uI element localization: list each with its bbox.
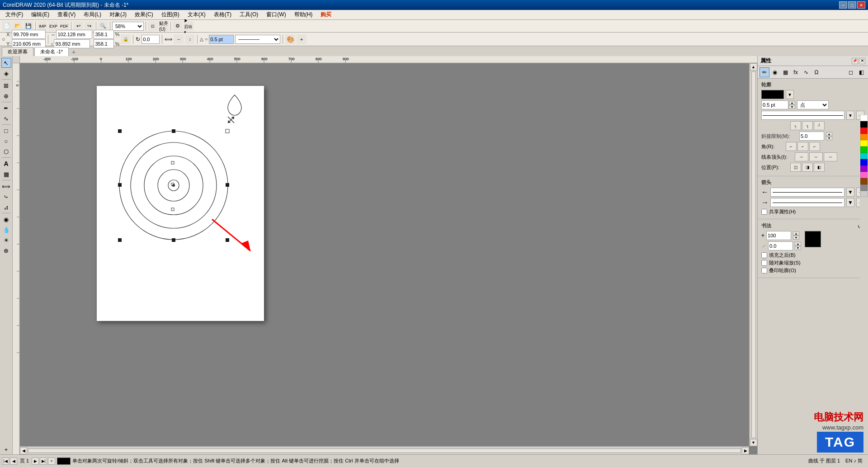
eyedrop-tool[interactable]: 💧: [1, 225, 11, 235]
vscroll-bar[interactable]: ▲ ▼: [749, 63, 757, 446]
page-first-button[interactable]: |◀: [2, 458, 9, 465]
text-tool[interactable]: A: [1, 159, 11, 169]
corner-round-button[interactable]: ╮: [802, 121, 813, 130]
scroll-right-button[interactable]: ▶: [742, 447, 749, 454]
scroll-left-button[interactable]: ◀: [20, 447, 27, 454]
node-tool[interactable]: ◈: [1, 68, 11, 78]
arrow-right-box[interactable]: [770, 198, 844, 207]
flip-h-button[interactable]: ↔: [174, 34, 184, 44]
outline-color-dropdown[interactable]: ▼: [786, 90, 794, 99]
page-add-button[interactable]: +: [48, 458, 55, 465]
rpanel-outline-icon[interactable]: ✏: [760, 67, 769, 77]
panel-pin-button[interactable]: 📌: [852, 58, 858, 64]
calli-angle-input[interactable]: [768, 241, 793, 250]
parallel-tool[interactable]: ⟺: [1, 181, 11, 191]
menu-object[interactable]: 对象(J): [106, 10, 130, 19]
outline-linestyle-box[interactable]: [761, 111, 844, 120]
start-button[interactable]: ▶ 启动 ▾: [184, 21, 193, 31]
outline-size-input[interactable]: [209, 35, 234, 44]
rpanel-expand-icon[interactable]: ◻: [846, 67, 856, 77]
page-last-button[interactable]: ▶|: [40, 458, 47, 465]
position-btn2[interactable]: ◨: [802, 163, 813, 172]
maximize-button[interactable]: □: [848, 1, 856, 9]
overprint-checkbox[interactable]: [761, 268, 767, 274]
outline-size-input[interactable]: [761, 100, 788, 109]
share-props-checkbox[interactable]: [761, 209, 767, 215]
vscroll-thumb[interactable]: [751, 71, 756, 438]
x-input[interactable]: [12, 30, 46, 39]
outline-size-up[interactable]: ▲: [789, 101, 795, 105]
pal-yellow[interactable]: [860, 140, 868, 146]
pal-purple[interactable]: [860, 165, 868, 172]
interact-tool[interactable]: ☀: [1, 235, 11, 245]
menu-buy[interactable]: 购买: [317, 10, 335, 19]
pal-red[interactable]: [860, 127, 868, 134]
linecap-btn3[interactable]: ─: [824, 152, 837, 161]
pal-lightgray[interactable]: [860, 191, 868, 197]
zoom-tool[interactable]: ⊕: [1, 91, 11, 101]
menu-file[interactable]: 文件(F): [2, 10, 27, 19]
corner-bevel-button[interactable]: ┘: [814, 121, 825, 130]
outline-color-swatch[interactable]: [761, 90, 784, 99]
pal-cyan[interactable]: [860, 153, 868, 159]
pal-gray[interactable]: [860, 184, 868, 191]
scale-checkbox[interactable]: [761, 260, 767, 266]
pal-orange[interactable]: [860, 134, 868, 140]
snap-button[interactable]: ⊡: [148, 21, 158, 31]
close-button[interactable]: ✕: [857, 1, 865, 9]
arrow-left-dropdown[interactable]: ▼: [846, 188, 854, 197]
calli-angle-down[interactable]: ▼: [795, 246, 801, 250]
canvas-container[interactable]: ◀ ▶ ▲ ▼: [20, 63, 757, 454]
angle-btn1[interactable]: ⌐: [786, 142, 797, 151]
hscroll-thumb[interactable]: [28, 448, 741, 453]
pal-blue[interactable]: [860, 159, 868, 165]
outline-size-down[interactable]: ▼: [789, 105, 795, 109]
menu-layout[interactable]: 布局(L): [80, 10, 105, 19]
zoom-dropdown[interactable]: 58%: [112, 22, 144, 31]
linestyle-dropdown[interactable]: ▼: [846, 111, 854, 120]
add-tool[interactable]: +: [1, 444, 11, 454]
pal-white[interactable]: [860, 115, 868, 121]
rpanel-char-icon[interactable]: Ω: [811, 67, 821, 77]
fill-tool[interactable]: ◉: [1, 214, 11, 224]
tab-add-button[interactable]: +: [70, 48, 78, 56]
calli-angle-up[interactable]: ▲: [795, 242, 801, 246]
rpanel-fx-icon[interactable]: fx: [791, 67, 801, 77]
menu-view[interactable]: 查看(V): [54, 10, 79, 19]
miter-up[interactable]: ▲: [826, 132, 832, 136]
lock-ratio-button[interactable]: 🔒: [121, 34, 131, 44]
table-tool[interactable]: ▦: [1, 169, 11, 179]
menu-edit[interactable]: 编辑(E): [28, 10, 53, 19]
arrow-left-box[interactable]: [770, 188, 844, 197]
calli-width-input[interactable]: [766, 231, 791, 240]
freehand-tool[interactable]: ✒: [1, 103, 11, 113]
pal-pink[interactable]: [860, 172, 868, 178]
hscroll-bar[interactable]: ◀ ▶: [20, 446, 749, 454]
line-style-select[interactable]: ──────: [235, 35, 280, 44]
menu-effects[interactable]: 效果(C): [131, 10, 157, 19]
add-button[interactable]: +: [297, 34, 307, 44]
pal-brown[interactable]: [860, 178, 868, 184]
rect-tool[interactable]: □: [1, 126, 11, 136]
snap-options-button[interactable]: 贴齐(U): [159, 21, 169, 31]
rpanel-dock-icon[interactable]: ◧: [856, 67, 866, 77]
tab-welcome[interactable]: 欢迎屏幕: [2, 47, 33, 56]
page-prev-button[interactable]: ◀: [10, 458, 17, 465]
corner-miter-button[interactable]: ┐: [790, 121, 801, 130]
scroll-down-button[interactable]: ▼: [750, 439, 757, 446]
scale-h-input[interactable]: [94, 39, 114, 48]
blend-tool[interactable]: ⊕: [1, 245, 11, 255]
angle-btn3[interactable]: ⌐: [809, 142, 820, 151]
rpanel-fill-icon[interactable]: ◉: [770, 67, 780, 77]
angle-btn2[interactable]: ⌐: [797, 142, 808, 151]
color-fill-button[interactable]: 🎨: [285, 34, 295, 44]
rpanel-texture-icon[interactable]: ▦: [780, 67, 790, 77]
calli-width-up[interactable]: ▲: [793, 231, 799, 236]
flip-v-button[interactable]: ↕: [185, 34, 195, 44]
minimize-button[interactable]: ─: [839, 1, 847, 9]
width-input[interactable]: [56, 30, 92, 39]
miter-down[interactable]: ▼: [826, 136, 832, 140]
linecap-btn2[interactable]: ─: [809, 152, 823, 161]
menu-bitmap[interactable]: 位图(B): [158, 10, 183, 19]
menu-window[interactable]: 窗口(W): [263, 10, 289, 19]
